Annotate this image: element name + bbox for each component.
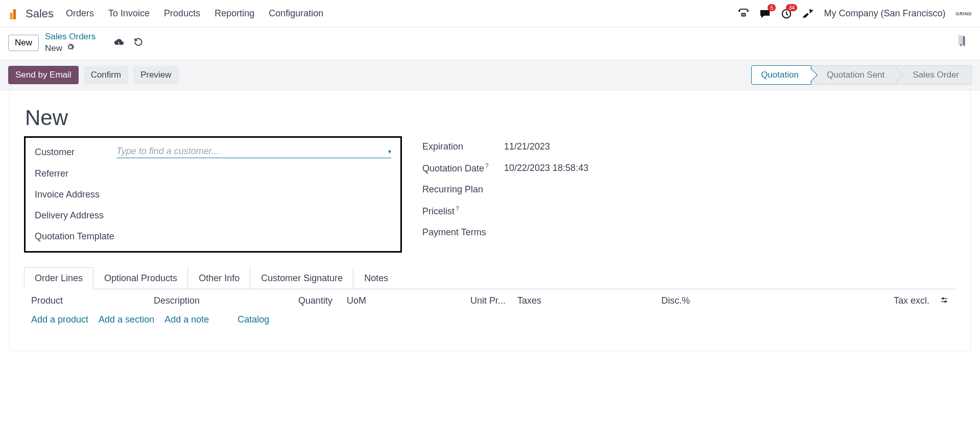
- messages-icon[interactable]: 5: [759, 8, 771, 19]
- column-settings-icon[interactable]: [934, 295, 949, 307]
- confirm-button[interactable]: Confirm: [84, 66, 129, 84]
- invoice-address-label: Invoice Address: [35, 189, 137, 200]
- phone-icon[interactable]: [738, 8, 749, 19]
- quotation-template-label: Quotation Template: [35, 231, 147, 242]
- quotation-date-label: Quotation Date?: [422, 162, 504, 174]
- company-selector[interactable]: My Company (San Francisco): [824, 8, 945, 19]
- stage-sales-order[interactable]: Sales Order: [897, 65, 972, 85]
- col-uom: UoM: [332, 295, 470, 307]
- stage-quotation[interactable]: Quotation: [751, 65, 811, 85]
- stage-quotation-sent[interactable]: Quotation Sent: [811, 65, 897, 85]
- nav-orders[interactable]: Orders: [66, 8, 94, 19]
- control-row: New Sales Orders New: [0, 28, 980, 60]
- activities-icon[interactable]: 34: [781, 8, 792, 19]
- add-section-link[interactable]: Add a section: [99, 314, 154, 325]
- customer-field-wrap[interactable]: ▾: [116, 146, 391, 158]
- customer-input[interactable]: [116, 146, 388, 157]
- expiration-label: Expiration: [422, 141, 504, 152]
- page-title: New: [25, 106, 956, 130]
- expiration-value[interactable]: 11/21/2023: [504, 141, 550, 152]
- app-logo[interactable]: [8, 7, 21, 20]
- chevron-down-icon[interactable]: ▾: [388, 148, 391, 155]
- pricelist-label-text: Pricelist: [422, 206, 455, 216]
- pricelist-label: Pricelist?: [422, 205, 504, 217]
- payment-terms-label: Payment Terms: [422, 227, 504, 238]
- tabs: Order Lines Optional Products Other Info…: [24, 267, 956, 289]
- breadcrumb-parent[interactable]: Sales Orders: [45, 32, 95, 42]
- add-links: Add a product Add a section Add a note C…: [24, 313, 956, 335]
- form-sheet: New Customer ▾ Referrer Invoice Address: [9, 90, 971, 351]
- col-disc: Disc.%: [634, 295, 690, 307]
- tab-optional-products[interactable]: Optional Products: [93, 267, 188, 289]
- tools-icon[interactable]: [802, 8, 814, 19]
- svg-rect-1: [13, 9, 16, 19]
- nav-toinvoice[interactable]: To Invoice: [108, 8, 150, 19]
- new-button[interactable]: New: [8, 35, 39, 51]
- tab-notes[interactable]: Notes: [353, 267, 398, 289]
- col-unit-price: Unit Pr...: [470, 295, 511, 307]
- col-tax-excl: Tax excl.: [690, 295, 934, 307]
- tab-customer-signature[interactable]: Customer Signature: [250, 267, 353, 289]
- svg-point-4: [747, 10, 749, 12]
- customer-label: Customer: [35, 147, 116, 158]
- activities-badge: 34: [786, 4, 797, 11]
- messages-badge: 5: [768, 4, 776, 11]
- topbar-right: 5 34 My Company (San Francisco) GRIND: [738, 8, 972, 19]
- brand-logo: GRIND: [956, 11, 972, 16]
- col-quantity: Quantity: [292, 295, 332, 307]
- app-title[interactable]: Sales: [26, 7, 54, 20]
- help-icon[interactable]: ?: [456, 205, 459, 212]
- discard-icon[interactable]: [133, 37, 144, 48]
- tab-other-info[interactable]: Other Info: [188, 267, 250, 289]
- gear-icon[interactable]: [66, 43, 75, 54]
- quotation-date-label-text: Quotation Date: [422, 163, 484, 174]
- svg-point-3: [738, 10, 740, 12]
- topbar: Sales Orders To Invoice Products Reporti…: [0, 0, 980, 28]
- col-description: Description: [154, 295, 292, 307]
- catalog-link[interactable]: Catalog: [237, 314, 269, 325]
- status-bar: Quotation Quotation Sent Sales Order: [752, 65, 972, 85]
- col-taxes: Taxes: [511, 295, 634, 307]
- svg-point-11: [942, 298, 944, 300]
- svg-point-12: [945, 301, 946, 303]
- bars-icon: [8, 7, 21, 20]
- preview-button[interactable]: Preview: [133, 66, 178, 84]
- bookmark-icon[interactable]: [957, 42, 968, 50]
- svg-rect-0: [10, 12, 12, 19]
- nav-products[interactable]: Products: [164, 8, 200, 19]
- nav-items: Orders To Invoice Products Reporting Con…: [66, 8, 323, 19]
- left-form-group: Customer ▾ Referrer Invoice Address Deli…: [24, 136, 402, 253]
- quotation-date-value[interactable]: 10/22/2023 18:58:43: [504, 163, 588, 174]
- delivery-address-label: Delivery Address: [35, 210, 137, 221]
- add-note-link[interactable]: Add a note: [164, 314, 209, 325]
- breadcrumb-current: New: [45, 43, 95, 54]
- breadcrumb-current-text: New: [45, 43, 62, 54]
- table-header: Product Description Quantity UoM Unit Pr…: [24, 289, 956, 313]
- tab-order-lines[interactable]: Order Lines: [24, 267, 93, 289]
- help-icon[interactable]: ?: [485, 162, 489, 169]
- action-bar: Send by Email Confirm Preview Quotation …: [0, 60, 980, 90]
- referrer-label: Referrer: [35, 168, 116, 179]
- recurring-plan-label: Recurring Plan: [422, 184, 504, 195]
- right-form-group: Expiration 11/21/2023 Quotation Date? 10…: [422, 136, 956, 253]
- nav-reporting[interactable]: Reporting: [214, 8, 254, 19]
- nav-configuration[interactable]: Configuration: [269, 8, 323, 19]
- col-product: Product: [31, 295, 154, 307]
- add-product-link[interactable]: Add a product: [31, 314, 88, 325]
- cloud-upload-icon[interactable]: [114, 37, 124, 48]
- send-by-email-button[interactable]: Send by Email: [8, 66, 79, 84]
